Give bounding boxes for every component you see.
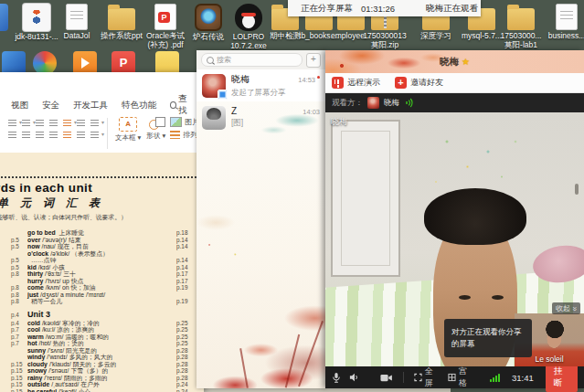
numbered-list-icon[interactable] bbox=[21, 119, 31, 128]
vocab-entry: be careful/'keəfl/小心 bbox=[27, 388, 176, 392]
ribbon-tab[interactable]: 视图 bbox=[11, 100, 28, 111]
justify-icon[interactable] bbox=[35, 131, 45, 140]
vocab-entry: warm/wɔ:m/温暖的；暖和的 bbox=[27, 334, 176, 341]
align-right-icon[interactable] bbox=[21, 131, 31, 140]
ribbon-tab[interactable]: 安全 bbox=[42, 100, 59, 111]
vocab-left-page: p.5 bbox=[0, 264, 27, 271]
window-bottom-edge bbox=[196, 388, 451, 392]
align-left-icon[interactable] bbox=[76, 119, 86, 128]
hair bbox=[424, 188, 526, 245]
grid-label: 宫格 bbox=[459, 366, 473, 389]
distribute-icon[interactable] bbox=[48, 131, 58, 140]
flower-stem bbox=[285, 334, 300, 388]
fullscreen-button[interactable]: 全屏 bbox=[414, 366, 440, 389]
find-button[interactable]: 查找 bbox=[170, 93, 193, 117]
vocab-row: p.7 cool/ku:l/凉的；凉爽的 p.25 bbox=[0, 326, 204, 334]
vocab-left-page: p.5 bbox=[0, 243, 27, 250]
watcher-avatar bbox=[367, 97, 379, 109]
search-placeholder: 搜索 bbox=[217, 55, 231, 65]
hangup-button[interactable]: 挂断 bbox=[546, 364, 578, 392]
bullet-list-icon[interactable] bbox=[7, 119, 17, 128]
vocab-phonetic: /'reɪnɪ/ bbox=[44, 375, 62, 381]
call-toolbar-button[interactable]: 邀请好友 bbox=[395, 77, 443, 89]
desktop-icon-label: 操作系统ppt bbox=[97, 32, 146, 41]
vocab-meaning: 阴雨的；多雨的 bbox=[64, 375, 108, 381]
vocab-row: p.5 kid/kɪd/小孩 p.14 bbox=[0, 264, 204, 271]
vocab-word: cold bbox=[27, 320, 40, 326]
desktop-icon[interactable]: DataJol bbox=[52, 4, 101, 41]
vocab-phonetic: /hɒt/ bbox=[39, 340, 51, 346]
vocab-meaning: 阳光充足的 bbox=[66, 347, 97, 354]
picture-button[interactable]: 图片 bbox=[170, 117, 199, 127]
vocab-word: thirty bbox=[27, 270, 43, 277]
vocab-meaning: 热的；烫的 bbox=[53, 340, 84, 346]
fullscreen-icon bbox=[414, 373, 422, 382]
vocab-phonetic: /ə'klɒk/ bbox=[50, 250, 69, 257]
contact-name: 晓梅 bbox=[231, 73, 298, 86]
qq-search-row: 搜索 + bbox=[196, 50, 325, 69]
outdent-icon[interactable] bbox=[35, 119, 45, 128]
grid-view-button[interactable]: 宫格 bbox=[448, 366, 473, 389]
paragraph-more-icon[interactable] bbox=[90, 131, 100, 140]
speaker-icon[interactable] bbox=[349, 372, 359, 383]
indent-icon[interactable] bbox=[48, 119, 58, 128]
line-spacing-icon[interactable] bbox=[62, 119, 72, 128]
call-toolbar-button[interactable]: 远程演示 bbox=[332, 77, 380, 89]
desktop-icon[interactable]: business... bbox=[542, 4, 584, 41]
add-button[interactable]: + bbox=[306, 53, 321, 68]
columns-icon[interactable] bbox=[62, 131, 72, 140]
vocab-left-page: p.8 bbox=[0, 291, 27, 299]
vocab-row: p.7 hot/hɒt/热的；烫的 p.25 bbox=[0, 340, 204, 347]
camera-icon[interactable] bbox=[380, 373, 393, 383]
vocab-meaning: 快点 bbox=[71, 278, 84, 284]
vocab-meaning: 稍等一会儿 bbox=[31, 298, 62, 304]
vocab-row: p.15 cloudy/'klaudɪ/阴天的；多云的 p.28 bbox=[0, 361, 204, 368]
desktop-icon-glyph bbox=[195, 4, 222, 31]
vocab-left-page: p.15 bbox=[0, 381, 27, 388]
flower-stem bbox=[298, 321, 323, 387]
vocab-left-page: p.8 bbox=[0, 298, 27, 305]
vocab-entry: o'clock/ə'klɒk/（表示整点） bbox=[27, 250, 176, 258]
contact-info: 晓梅 14:53 发起了屏幕分享 bbox=[231, 73, 320, 99]
star-icon: ★ bbox=[462, 57, 470, 67]
vocab-left-page: p.15 bbox=[0, 367, 27, 375]
collapse-button[interactable]: 收起 » bbox=[552, 302, 580, 314]
vocab-word: over bbox=[27, 237, 40, 243]
desktop-icon[interactable]: 17503000... 莫阳-lab1 bbox=[496, 4, 546, 49]
vocab-meaning: 在户外 bbox=[80, 381, 99, 387]
vocab-left-page: p.7 bbox=[0, 326, 27, 334]
row-spacing-icon[interactable] bbox=[76, 131, 86, 140]
screen-share-bar[interactable]: 正在分享屏幕 01:31:26 晓梅正在观看 bbox=[288, 0, 481, 16]
vocab-word: hot bbox=[27, 340, 37, 346]
vocab-left-page bbox=[0, 229, 27, 237]
vocab-word: come bbox=[27, 284, 44, 291]
vocab-left-page bbox=[0, 250, 27, 258]
vocab-left-page: p.5 bbox=[0, 237, 27, 244]
desktop-icon[interactable]: 操作系统ppt bbox=[97, 4, 146, 41]
vocab-row: windy/'wɪndɪ/多风的；风大的 p.28 bbox=[0, 354, 204, 361]
textbox-button[interactable]: A 文本框 ▾ bbox=[115, 117, 141, 143]
vocab-phonetic: /kɪd/ bbox=[38, 264, 50, 270]
arrange-button[interactable]: 排列 bbox=[170, 130, 199, 140]
vocab-row: p.5 ……点钟 p.14 bbox=[0, 257, 204, 264]
contact-name: Z bbox=[231, 106, 303, 116]
desktop-icon[interactable]: Oracle考试 (补充) .pdf bbox=[141, 4, 190, 49]
ribbon-tab[interactable]: 特色功能 bbox=[122, 100, 156, 111]
watchers-label: 观看方： bbox=[332, 98, 363, 109]
vocab-list: go to bed上床睡觉 p.18 p.5 over/'əuvə(r)/结束 … bbox=[0, 229, 204, 392]
vocab-entry: cloudy/'klaudɪ/阴天的；多云的 bbox=[27, 361, 176, 368]
toolbar-button-label: 邀请好友 bbox=[410, 77, 443, 89]
text-direction-icon[interactable] bbox=[90, 119, 100, 128]
search-input[interactable]: 搜索 bbox=[201, 53, 303, 67]
contact-row[interactable]: Z 14:03 [图] bbox=[196, 101, 325, 133]
microphone-icon[interactable] bbox=[332, 372, 341, 384]
shape-button[interactable]: 形状 ▾ bbox=[146, 117, 165, 141]
vocab-meaning: 凉的；凉爽的 bbox=[57, 326, 94, 333]
contact-row[interactable]: 晓梅 14:53 发起了屏幕分享 bbox=[196, 69, 325, 101]
align-center-icon[interactable] bbox=[7, 131, 17, 140]
vocab-phonetic: /nau/ bbox=[42, 243, 56, 249]
toolbar-button-icon bbox=[395, 77, 407, 89]
vocab-phonetic: /dʒʌst/ a minute /'mɪnɪt/ bbox=[40, 291, 105, 298]
ribbon-tab[interactable]: 开发工具 bbox=[73, 100, 108, 111]
call-header[interactable]: 晓梅 ★ bbox=[325, 50, 584, 73]
